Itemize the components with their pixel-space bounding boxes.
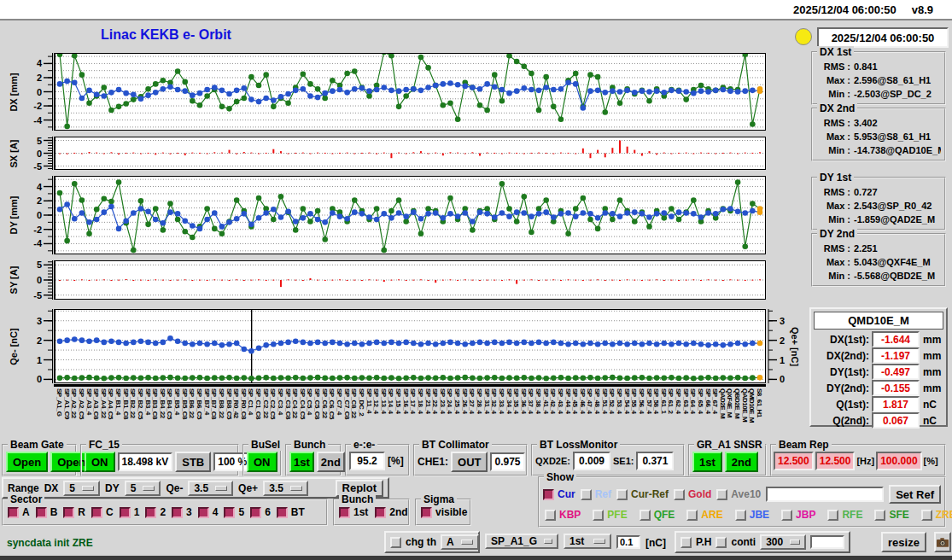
q-y-axis: 3210 [28, 309, 54, 383]
ref-file-input[interactable] [766, 487, 884, 502]
gr-2nd-button[interactable]: 2nd [725, 452, 758, 472]
svg-text:1: 1 [780, 355, 785, 365]
fc15-stb-button[interactable]: STB [175, 452, 211, 472]
checkbox-qfe[interactable] [640, 510, 651, 521]
min-label: Min : [816, 213, 850, 226]
checkbox-chg-th[interactable] [390, 537, 401, 548]
stat-group-dx-1st: DX 1st RMS :0.841 Max :2.596@S8_61_H1 Mi… [811, 51, 946, 105]
gr-snsr-group: GR_A1 SNSR 1st 2nd [688, 444, 767, 476]
threshold-mode-select[interactable]: A [441, 534, 479, 550]
checkbox-cur-ref[interactable] [616, 489, 628, 500]
x-tick-label: SP_52_4 [608, 388, 616, 413]
resize-button[interactable]: resize [881, 532, 926, 552]
range-qem-select[interactable]: 3.5 [188, 481, 233, 496]
checkbox-zre[interactable] [921, 510, 932, 521]
checkbox-5[interactable] [224, 507, 235, 518]
q-right-axis: 3210 [768, 309, 793, 383]
camera-snapshot-button[interactable] [934, 532, 951, 552]
checkbox-2nd[interactable] [375, 507, 386, 518]
checkbox-p-h[interactable] [680, 537, 692, 548]
ph-label: P.H [696, 536, 711, 548]
range-qep-select[interactable]: 3.5 [263, 481, 308, 496]
bunch-1st-button[interactable]: 1st [289, 452, 314, 472]
checkbox-visible[interactable] [421, 507, 432, 518]
sigma-group: Sigma visible [415, 499, 471, 526]
range-dx-select[interactable]: 5 [63, 481, 100, 496]
checkbox-ref[interactable] [581, 489, 592, 500]
checkbox-kbp[interactable] [545, 510, 556, 521]
chg-th-label: chg th [406, 536, 436, 548]
checkbox-label: Ave10 [731, 488, 761, 500]
sx-y-axis: 50-5 [28, 137, 54, 170]
gr-1st-button[interactable]: 1st [692, 452, 722, 472]
svg-text:4: 4 [37, 182, 43, 192]
che1-out-button[interactable]: OUT [451, 452, 488, 472]
qmd-row-value: -1.644 [872, 331, 920, 347]
checkbox-label: 4 [213, 506, 219, 518]
checkbox-label: Cur-Ref [631, 488, 669, 500]
option-menu-dash-icon [215, 486, 227, 491]
checkbox-label: C [106, 506, 114, 518]
svg-text:0: 0 [37, 374, 42, 383]
checkbox-b[interactable] [36, 507, 47, 518]
threshold-input[interactable] [616, 535, 640, 549]
group-title: e-:e- [351, 439, 377, 451]
check-item: Ref [581, 488, 611, 500]
bunch-2nd-button[interactable]: 2nd [317, 452, 345, 472]
checkbox-r[interactable] [63, 507, 74, 518]
busel-on-button[interactable]: ON [247, 452, 277, 472]
check-item: SFE [874, 509, 908, 521]
qmd-panel-title: QMD10E_M [814, 312, 943, 330]
check-item: 1 [120, 506, 140, 518]
checkbox-2[interactable] [145, 507, 156, 518]
checkbox-label: Cur [558, 488, 575, 500]
sx-chart: SX [A] 50-5 [0, 137, 803, 170]
x-tick-label: SP_25_4 [453, 388, 461, 413]
window-bottom-edge [0, 556, 952, 560]
range-dy-select[interactable]: 5 [125, 481, 161, 496]
checkbox-are[interactable] [686, 510, 698, 521]
stat-max-row: Max :2.596@S8_61_H1 [816, 73, 941, 87]
x-tick-label: SP_33_4 [498, 388, 505, 413]
qmd-row-unit: mm [923, 334, 941, 346]
extra-input[interactable] [810, 535, 844, 549]
checkbox-sfe[interactable] [874, 510, 885, 521]
checkbox-gold[interactable] [674, 489, 685, 500]
beam-gate-open-button-1[interactable]: Open [6, 452, 48, 472]
stat-group-title: DY 1st [817, 172, 854, 184]
bunch-select[interactable]: 1st [564, 534, 611, 549]
checkbox-jbe[interactable] [735, 510, 746, 521]
set-ref-button[interactable]: Set Ref [889, 485, 941, 504]
checkbox-rfe[interactable] [827, 510, 838, 521]
checkbox-conti[interactable] [715, 537, 727, 548]
bpm-select[interactable]: SP_A1_G [485, 534, 558, 549]
status-indicator-lamp [795, 28, 812, 45]
linac-orbit-window: 2025/12/04 06:00:50 v8.9 Linac KEKB e- O… [0, 0, 952, 560]
x-tick-label: SP_R0_42 [232, 388, 240, 418]
checkbox-3[interactable] [172, 507, 183, 518]
busel-group: BuSel ON [242, 444, 282, 476]
x-tick-label: SP_C3_4 [277, 388, 284, 415]
checkbox-ave10[interactable] [716, 489, 727, 500]
stat-rms-row: RMS :0.841 [816, 60, 941, 73]
checkbox-jbp[interactable] [781, 510, 792, 521]
fc15-on-button[interactable]: ON [85, 452, 115, 472]
x-tick-label: SP_27_4 [468, 388, 476, 413]
max-value: 5.043@QXF4E_M [854, 255, 931, 269]
checkbox-1st[interactable] [339, 507, 350, 518]
max-label: Max : [816, 199, 850, 213]
checkbox-1[interactable] [120, 507, 131, 518]
checkbox-c[interactable] [91, 507, 102, 518]
checkbox-cur[interactable] [543, 489, 554, 500]
svg-text:5: 5 [37, 137, 42, 146]
checkbox-bt[interactable] [277, 507, 288, 518]
sy-axis-label: SY [A] [9, 266, 19, 295]
x-tick-label: SP_17_4 [409, 388, 417, 413]
points-select[interactable]: 300 [760, 534, 806, 550]
range-dy-value: 5 [131, 482, 137, 494]
range-dx-label: DX [44, 482, 59, 494]
checkbox-6[interactable] [250, 507, 261, 518]
checkbox-4[interactable] [198, 507, 209, 518]
checkbox-pfe[interactable] [593, 510, 604, 521]
checkbox-a[interactable] [8, 507, 19, 518]
